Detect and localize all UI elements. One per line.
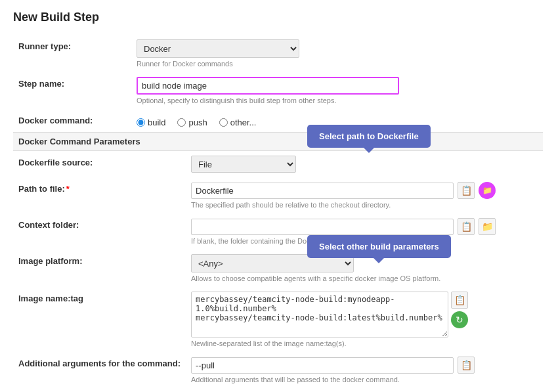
image-name-tag-textarea[interactable]: <span class="underline-text">mercybassey… [191,292,448,338]
runner-hint: Runner for Docker commands [137,60,538,68]
context-folder-label: Context folder: [13,213,186,250]
path-copy-icon[interactable]: 📋 [458,182,475,199]
image-platform-hint: Allows to choose compatible agents with … [191,274,538,282]
radio-push[interactable]: push [177,118,207,127]
step-name-label: Step name: [13,72,131,109]
additional-args-copy-icon[interactable]: 📋 [458,357,475,374]
page-title: New Build Step [13,11,543,24]
radio-other-input[interactable] [219,118,228,127]
step-name-input[interactable] [137,77,399,95]
image-name-tag-wrapper: <span class="underline-text">mercybassey… [191,292,538,338]
step-name-hint: Optional, specify to distinguish this bu… [137,97,538,104]
runner-type-select[interactable]: Docker [137,39,299,58]
image-platform-select[interactable]: <Any> [191,254,354,272]
context-folder-hint: If blank, the folder containing the Dock… [191,237,538,245]
image-tag-refresh-button[interactable]: ↻ [451,311,468,328]
path-to-file-input[interactable] [191,183,454,199]
additional-args-label: Additional arguments for the command: [13,352,186,388]
additional-args-hint: Additional arguments that will be passed… [191,376,538,383]
radio-build-label: build [148,118,165,127]
docker-command-label: Docker command: [13,109,131,132]
runner-type-label: Runner type: [13,35,131,72]
context-folder-input[interactable] [191,219,454,235]
image-name-tag-hint: Newline-separated list of the image name… [191,339,538,347]
path-to-file-hint: The specified path should be relative to… [191,201,538,209]
image-name-tag-label: Image name:tag [13,287,186,352]
required-star: * [66,184,70,194]
dockerfile-source-label: Dockerfile source: [13,151,186,177]
docker-params-section-header: Docker Command Parameters [13,132,543,151]
path-to-file-row: 📋 📁 [191,182,538,199]
path-to-file-label: Path to file:* [13,177,186,213]
path-picker-button[interactable]: 📁 [479,182,496,199]
image-tag-copy-icon[interactable]: 📋 [451,292,468,309]
image-platform-label: Image platform: [13,250,186,287]
dockerfile-source-select[interactable]: File Embedded [191,156,296,173]
docker-command-radio-group: build push other... [137,114,538,127]
context-copy-icon[interactable]: 📋 [458,218,475,235]
additional-args-row: 📋 [191,357,538,374]
radio-build[interactable]: build [137,118,165,127]
radio-other-label: other... [230,118,257,127]
radio-push-label: push [188,118,207,127]
radio-build-input[interactable] [137,118,145,127]
radio-push-input[interactable] [177,118,186,127]
radio-other[interactable]: other... [219,118,257,127]
additional-args-input[interactable] [191,357,454,374]
context-picker-icon[interactable]: 📁 [479,218,496,235]
context-folder-row: 📋 📁 [191,218,538,235]
